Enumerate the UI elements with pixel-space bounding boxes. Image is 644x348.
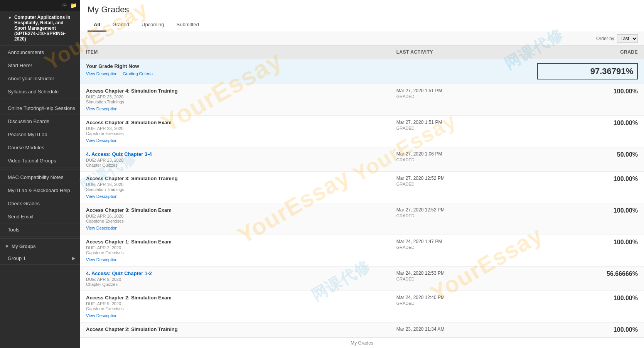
item-link-7-0[interactable]: View Description [86,313,118,318]
table-row: 4. Access: Quiz Chapter 1-2DUE: APR 9, 2… [80,267,644,291]
item-category-7: Capstone Exercises [86,306,384,311]
item-name-2[interactable]: 4. Access: Quiz Chapter 3-4 [86,151,384,157]
order-by-select[interactable]: Last First [617,34,638,43]
item-name-3: Access Chapter 3: Simulation Training [86,176,384,181]
sidebar-item-video-groups[interactable]: Video Tutorial Groups [0,154,80,167]
grade-cell-0: 100.00% [531,84,644,116]
item-links-5: View Description [86,257,384,262]
sidebar-item-about-instructor[interactable]: About your Instructor [0,72,80,85]
grade-pct-4: 100.00% [537,207,638,214]
item-link-5-0[interactable]: View Description [86,257,118,262]
item-due-1: DUE: APR 23, 2020 [86,126,384,131]
item-due-6: DUE: APR 9, 2020 [86,277,384,282]
last-activity-2: Mar 27, 2020 1:06 PM [396,151,525,157]
sidebar-my-groups-header[interactable]: ▼ My Groups [0,240,80,252]
tab-submitted[interactable]: Submitted [170,19,206,32]
my-groups-label: My Groups [12,244,36,249]
graded-status-7: GRADED [396,301,525,306]
sidebar-item-tutoring[interactable]: Online Tutoring/Help Sessions [0,102,80,115]
last-activity-0: Mar 27, 2020 1:51 PM [396,88,525,93]
table-header-row: ITEM LAST ACTIVITY GRADE [80,46,644,59]
sidebar-item-announcements[interactable]: Announcements [0,46,80,59]
main-content: My Grades All Graded Upcoming Submitted … [80,0,644,348]
your-grade-links: View Description Grading Criteria [86,71,384,76]
sidebar-course-title[interactable]: ▼ Computer Applications in Hospitality, … [0,11,80,46]
grade-item-cell-8: Access Chapter 2: Simulation Training [80,323,390,338]
item-link-3-0[interactable]: View Description [86,194,118,199]
your-grade-title: Your Grade Right Now [86,63,384,69]
table-row: Access Chapter 2: Simulation ExamDUE: AP… [80,291,644,323]
sidebar-item-start-here[interactable]: Start Here! [0,59,80,72]
graded-status-2: GRADED [396,157,525,162]
your-grade-activity-cell [390,59,531,84]
grade-item-cell-6: 4. Access: Quiz Chapter 1-2DUE: APR 9, 2… [80,267,390,291]
grade-item-cell-0: Access Chapter 4: Simulation TrainingDUE… [80,84,390,116]
table-row: 4. Access: Quiz Chapter 3-4DUE: APR 23, … [80,147,644,172]
your-grade-view-description-link[interactable]: View Description [86,71,118,76]
last-activity-3: Mar 27, 2020 12:52 PM [396,176,525,181]
sidebar-item-mac[interactable]: MAC Compatibility Notes [0,171,80,184]
item-category-5: Capstone Exercises [86,250,384,255]
tab-all[interactable]: All [88,19,106,32]
sidebar: ♾ 📁 ▼ Computer Applications in Hospitali… [0,0,80,348]
item-due-5: DUE: APR 2, 2020 [86,245,384,250]
sidebar-item-syllabus[interactable]: Syllabus and Schedule [0,85,80,98]
graded-status-6: GRADED [396,277,525,281]
activity-cell-3: Mar 27, 2020 12:52 PMGRADED [390,172,531,203]
activity-cell-5: Mar 24, 2020 1:47 PMGRADED [390,235,531,267]
grade-cell-6: 56.66666% [531,267,644,291]
sidebar-item-myitlab-help[interactable]: MyITLab & Blackboard Help [0,184,80,197]
item-link-1-0[interactable]: View Description [86,138,118,143]
your-grade-item-cell: Your Grade Right Now View Description Gr… [80,59,390,84]
order-by-label: Order by: [596,36,615,41]
refresh-icon[interactable]: ♾ [62,2,67,8]
sidebar-item-tools[interactable]: Tools [0,223,80,237]
sidebar-item-send-email[interactable]: Send Email [0,210,80,223]
sidebar-item-modules[interactable]: Course Modules [0,141,80,154]
col-header-grade: GRADE [531,46,644,59]
course-title-text: Computer Applications in Hospitality, Re… [14,15,75,42]
grade-item-cell-5: Access Chapter 1: Simulation ExamDUE: AP… [80,235,390,267]
item-due-3: DUE: APR 16, 2020 [86,182,384,187]
col-header-activity: LAST ACTIVITY [390,46,531,59]
tabs-bar: All Graded Upcoming Submitted [88,19,636,32]
item-category-1: Capstone Exercises [86,131,384,136]
table-row: Access Chapter 1: Simulation ExamDUE: AP… [80,235,644,267]
activity-cell-8: Mar 23, 2020 11:34 AM [390,323,531,338]
last-activity-1: Mar 27, 2020 1:51 PM [396,120,525,125]
page-footer-label: My Grades [80,338,644,348]
item-category-4: Capstone Exercises [86,219,384,223]
activity-cell-4: Mar 27, 2020 12:52 PMGRADED [390,203,531,235]
grade-cell-5: 100.00% [531,235,644,267]
item-category-3: Simulation Trainings [86,187,384,192]
activity-cell-0: Mar 27, 2020 1:51 PMGRADED [390,84,531,116]
tab-graded[interactable]: Graded [106,19,135,32]
content-area: ITEM LAST ACTIVITY GRADE Your Grade Righ… [80,46,644,338]
item-link-0-0[interactable]: View Description [86,106,118,111]
activity-cell-1: Mar 27, 2020 1:51 PMGRADED [390,116,531,147]
item-link-4-0[interactable]: View Description [86,226,118,230]
grade-pct-1: 100.00% [537,120,638,127]
grade-item-cell-1: Access Chapter 4: Simulation ExamDUE: AP… [80,116,390,147]
sidebar-group1[interactable]: Group 1 ▶ [0,252,80,265]
item-links-1: View Description [86,137,384,143]
table-row: Access Chapter 4: Simulation TrainingDUE… [80,84,644,116]
grade-cell-7: 100.00% [531,291,644,323]
sidebar-item-pearson[interactable]: Pearson MyITLab [0,128,80,141]
sidebar-item-discussion[interactable]: Discussion Boards [0,115,80,128]
graded-status-1: GRADED [396,126,525,130]
folder-icon[interactable]: 📁 [70,2,77,8]
your-grade-grading-criteria-link[interactable]: Grading Criteria [123,71,153,76]
grade-item-cell-7: Access Chapter 2: Simulation ExamDUE: AP… [80,291,390,323]
item-name-6[interactable]: 4. Access: Quiz Chapter 1-2 [86,270,384,276]
page-title: My Grades [88,5,636,15]
item-links-7: View Description [86,313,384,318]
sidebar-item-check-grades[interactable]: Check Grades [0,197,80,210]
item-links-0: View Description [86,106,384,111]
tab-upcoming[interactable]: Upcoming [135,19,170,32]
table-row: Access Chapter 2: Simulation TrainingMar… [80,323,644,338]
grade-pct-8: 100.00% [537,326,638,333]
activity-cell-6: Mar 24, 2020 12:53 PMGRADED [390,267,531,291]
last-activity-4: Mar 27, 2020 12:52 PM [396,207,525,213]
item-due-2: DUE: APR 23, 2020 [86,158,384,162]
